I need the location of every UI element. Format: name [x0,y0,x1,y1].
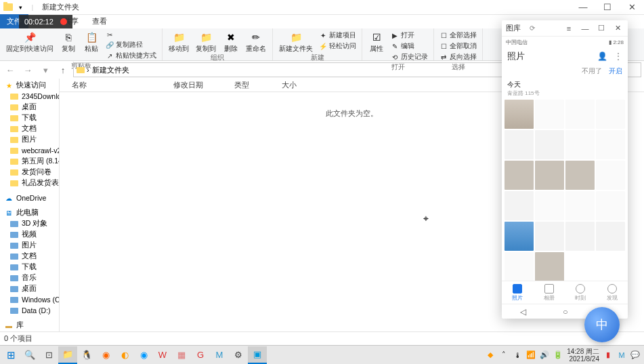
sidebar-item[interactable]: Data (D:) [0,305,59,316]
phone-more-icon[interactable]: ⋮ [614,52,622,61]
photo-thumb[interactable] [505,130,534,159]
sidebar-item[interactable]: 第五周 (8.14-20 [0,156,59,167]
back-button[interactable]: ← [3,62,18,77]
photo-thumb[interactable] [505,252,534,281]
sidebar-item[interactable]: 视频 [0,229,59,240]
start-button[interactable]: ⊞ [1,346,20,364]
photo-thumb[interactable] [535,161,564,190]
col-name[interactable]: 名称 [66,80,168,90]
photo-thumb[interactable] [535,100,564,129]
nav-moments[interactable]: 时刻 [565,281,597,304]
taskbar-app[interactable]: ◉ [96,346,115,364]
sidebar-item[interactable]: 礼品发货表 [0,178,59,188]
phone-open-button[interactable]: 开启 [609,66,622,76]
photo-thumb[interactable] [565,100,595,129]
selectall-button[interactable]: ☐全部选择 [438,30,478,41]
tab-view[interactable]: 查看 [85,14,114,28]
newfolder-button[interactable]: 📁新建文件夹 [277,30,315,53]
taskbar-app[interactable]: ⚙ [229,346,248,364]
taskview-button[interactable]: ⊡ [39,346,58,364]
sidebar-item[interactable]: 音乐 [0,272,59,283]
search-button[interactable]: 🔍 [20,346,39,364]
photo-thumb[interactable] [535,191,564,220]
rename-button[interactable]: ✏重命名 [244,30,268,53]
sidebar-item[interactable]: 视频 [0,331,59,331]
photo-thumb[interactable] [535,252,564,281]
sidebar-item[interactable]: 图片 [0,240,59,251]
moveto-button[interactable]: 📁移动到 [167,30,191,53]
photo-thumb[interactable] [535,222,564,251]
photo-thumb[interactable] [505,191,534,220]
taskbar-app[interactable]: M [210,346,229,364]
copy-button[interactable]: ⎘复制 [58,30,79,53]
tray-icon[interactable]: M [617,350,626,360]
invert-button[interactable]: ⇄反向选择 [438,52,478,62]
sidebar-item[interactable]: 文档 [0,251,59,262]
battery-icon[interactable]: 🔋 [553,350,563,360]
sidebar-item[interactable]: 2345Downlc [0,91,59,102]
photo-thumb[interactable] [535,130,564,159]
phone-home-button[interactable]: ○ [563,307,567,317]
photo-thumb[interactable] [565,191,595,220]
notification-icon[interactable]: 💬 [630,350,640,360]
taskbar-clock[interactable]: 14:28 周二 2021/8/24 [567,348,599,363]
open-button[interactable]: ▶打开 [389,30,429,41]
photo-thumb[interactable] [505,161,534,190]
selectnone-button[interactable]: ☐全部取消 [438,41,478,52]
properties-button[interactable]: ☑属性 [366,30,387,53]
easyaccess-button[interactable]: ⚡轻松访问 [318,41,358,52]
delete-button[interactable]: ✖删除 [221,30,241,53]
phone-user-icon[interactable]: 👤 [597,52,607,61]
sidebar-onedrive[interactable]: ☁OneDrive [0,193,59,203]
nav-discover[interactable]: 发现 [597,281,628,304]
sidebar-item[interactable]: 图片 [0,134,59,145]
taskbar-app[interactable]: ◐ [115,346,134,364]
nav-photos[interactable]: 照片 [502,281,534,304]
tray-icon[interactable]: ◆ [486,350,495,360]
paste-button[interactable]: 📋粘贴 [81,30,102,53]
edit-button[interactable]: ✎编辑 [389,41,429,52]
tray-icon[interactable]: ▮ [603,350,613,360]
recent-button[interactable]: ▾ [38,62,53,77]
col-size[interactable]: 大小 [276,80,317,90]
photo-thumb[interactable] [596,100,625,129]
phone-skip-button[interactable]: 不用了 [582,66,602,76]
history-button[interactable]: ⟲历史记录 [389,52,429,62]
photo-thumb[interactable] [596,191,625,220]
photo-thumb[interactable] [505,100,534,129]
taskbar-app[interactable]: ▦ [172,346,191,364]
sidebar-item[interactable]: 桌面 [0,102,59,113]
paste-shortcut-button[interactable]: ↗粘贴快捷方式 [104,50,158,61]
volume-icon[interactable]: 🔊 [540,350,549,360]
sidebar-item[interactable]: webcrawl-v2.7. [0,145,59,156]
sidebar-item[interactable]: 桌面 [0,283,59,294]
photo-thumb[interactable] [596,161,625,190]
taskbar-app[interactable]: ◉ [134,346,153,364]
maximize-button[interactable]: ☐ [595,0,620,15]
photo-thumb[interactable] [596,130,625,159]
phone-back-button[interactable]: ◁ [520,307,526,317]
sidebar-item[interactable]: Windows (C:) [0,294,59,305]
tray-icon[interactable]: 🌡 [513,350,522,360]
sidebar-thispc[interactable]: 🖥此电脑 [0,207,59,218]
sidebar-item[interactable]: 3D 对象 [0,218,59,229]
taskbar-app[interactable]: G [191,346,210,364]
taskbar-app[interactable]: 🐧 [77,346,96,364]
photo-thumb[interactable] [565,130,595,159]
sidebar-library[interactable]: ▬库 [0,320,59,331]
up-button[interactable]: ↑ [56,62,70,77]
newitem-button[interactable]: ✦新建项目 [318,30,358,41]
ime-badge[interactable]: 中 [584,307,620,342]
phone-minimize-button[interactable]: — [579,22,591,35]
phone-maximize-button[interactable]: ☐ [595,22,607,35]
col-type[interactable]: 类型 [229,80,276,90]
sidebar-quick-access[interactable]: ★快速访问 [0,80,59,91]
taskbar-app[interactable]: W [153,346,172,364]
wifi-icon[interactable]: 📶 [526,350,536,360]
col-date[interactable]: 修改日期 [168,80,229,90]
photo-thumb[interactable] [596,222,625,251]
tray-up-icon[interactable]: ˄ [499,350,509,360]
sidebar-item[interactable]: 文档 [0,123,59,134]
sidebar-item[interactable]: 发货问卷 [0,167,59,178]
photo-thumb[interactable] [505,222,534,251]
